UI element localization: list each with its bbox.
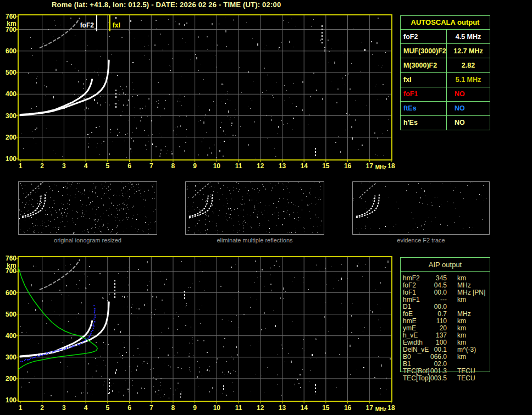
noise-dot [123, 111, 123, 112]
noise-dot [293, 118, 294, 119]
x-tick-label: 16 [344, 162, 352, 170]
noise-dot [347, 152, 347, 152]
noise-dot [207, 352, 208, 353]
noise-dot [241, 92, 242, 93]
noise-dot [351, 315, 352, 317]
noise-dot [161, 136, 162, 136]
noise-dot [58, 270, 58, 271]
noise-dot [32, 131, 32, 132]
noise-dot [94, 99, 95, 101]
noise-dot [240, 126, 241, 127]
noise-dot [274, 265, 275, 266]
aip-table-header-separator [400, 271, 490, 272]
series-f2-x-mode-trace [20, 60, 109, 115]
noise-dot [131, 139, 132, 139]
noise-dot [204, 290, 204, 291]
noise-dot [203, 121, 204, 124]
noise-dot [235, 372, 236, 372]
noise-dot [157, 28, 157, 29]
noise-dot [128, 389, 129, 390]
x-tick-label: 13 [279, 162, 286, 170]
noise-dot [266, 115, 267, 115]
noise-dot [35, 129, 36, 130]
noise-dot [209, 147, 209, 149]
noise-dot [37, 76, 38, 76]
y-tick-label: 100 [5, 396, 16, 404]
noise-dot [224, 141, 225, 142]
noise-dot [279, 266, 280, 267]
noise-dot [188, 287, 189, 288]
noise-dot [189, 367, 190, 368]
noise-dot [300, 374, 301, 375]
noise-dot [203, 138, 203, 139]
noise-dot [164, 108, 165, 109]
noise-dot [140, 355, 140, 355]
noise-dot [85, 50, 86, 51]
noise-dot [294, 277, 295, 278]
noise-dot [331, 48, 332, 48]
noise-dot [122, 296, 123, 297]
noise-dot [111, 74, 112, 74]
noise-dot [21, 273, 21, 273]
noise-dot [235, 109, 236, 109]
noise-dot [87, 392, 88, 394]
noise-dot [230, 118, 231, 118]
noise-dot [200, 120, 201, 121]
noise-dot [364, 49, 365, 51]
noise-dot [325, 352, 326, 354]
noise-dot [128, 268, 129, 268]
noise-dot [121, 330, 121, 330]
noise-dot [96, 342, 97, 343]
noise-dot [341, 264, 342, 265]
thumb-echo-trace [359, 182, 377, 198]
noise-dot [381, 67, 381, 68]
noise-dot [157, 107, 158, 108]
noise-dot [31, 108, 32, 109]
noise-dot [380, 308, 380, 308]
noise-dot [209, 366, 210, 367]
noise-dot [116, 369, 117, 371]
noise-dot [83, 83, 84, 85]
noise-dot [273, 97, 274, 98]
noise-dot [129, 366, 130, 367]
noise-dot [159, 156, 160, 157]
noise-dot [221, 319, 222, 319]
noise-dot [201, 64, 201, 64]
noise-dot [147, 361, 147, 363]
noise-dot [117, 75, 118, 76]
noise-dot [375, 289, 375, 290]
noise-dot [131, 307, 132, 308]
noise-dot [36, 78, 37, 79]
aip-unit: TECU [457, 375, 475, 382]
thumbnail-evidence-f2-trace-canvas [353, 182, 489, 234]
noise-dot [131, 372, 131, 372]
noise-dot [125, 370, 126, 370]
noise-dot [181, 261, 182, 262]
y-tick-label: 200 [5, 375, 16, 383]
noise-dot [303, 277, 304, 278]
noise-dot [232, 135, 234, 136]
series-f2-x-mode-trace [20, 302, 109, 357]
thumb-echo-trace [192, 182, 210, 198]
noise-dot [147, 363, 148, 364]
noise-dot [358, 149, 359, 150]
x-tick-label: 6 [128, 404, 131, 412]
noise-dot [278, 133, 278, 134]
noise-dot [68, 321, 69, 322]
noise-dot [234, 118, 235, 118]
noise-dot [223, 156, 224, 157]
noise-dot [109, 104, 109, 105]
noise-dot [217, 67, 217, 68]
bottom-ionogram-plot: 123456789101112131415161718MHz7607006005… [5, 254, 395, 412]
noise-dot [127, 104, 128, 106]
noise-dot [286, 90, 287, 91]
noise-dot [107, 351, 107, 351]
noise-dot [347, 355, 347, 355]
noise-dot [160, 378, 162, 379]
noise-dot [48, 110, 48, 110]
y-tick-label: 760 [5, 13, 16, 20]
noise-dot [239, 328, 239, 328]
noise-dot [172, 58, 173, 59]
noise-dot [342, 78, 342, 79]
noise-dot [384, 155, 384, 156]
